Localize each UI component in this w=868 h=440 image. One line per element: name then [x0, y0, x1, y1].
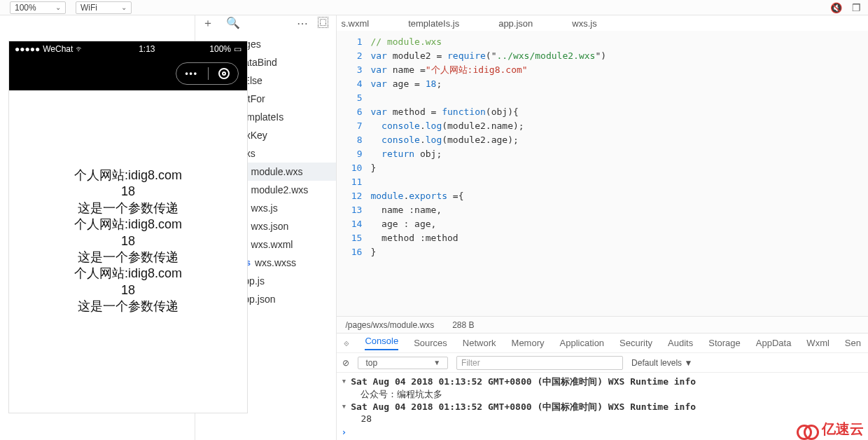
clear-console-icon[interactable]: ⊘ [342, 358, 349, 368]
devtools-tab-network[interactable]: Network [463, 338, 496, 348]
editor-panel: s.wxmltemplateIs.jsapp.jsonwxs.js 123456… [336, 15, 868, 440]
console-entry-header: Sat Aug 04 2018 01:13:52 GMT+0800 (中国标准时… [351, 376, 696, 388]
page-text: 个人网站:idig8.com [74, 167, 182, 184]
search-icon[interactable]: 🔍 [226, 16, 240, 31]
devtools-tabs: ⟐ ConsoleSourcesNetworkMemoryApplication… [337, 333, 868, 352]
editor-tabs: s.wxmltemplateIs.jsapp.jsonwxs.js [337, 15, 868, 31]
watermark: 亿速云 [797, 420, 864, 439]
devtools-tab-memory[interactable]: Memory [512, 338, 545, 348]
twisty-icon[interactable]: ▾ [341, 376, 346, 386]
devtools-tab-application[interactable]: Application [560, 338, 605, 348]
page-text: 18 [121, 282, 135, 298]
battery-pct: 100% [209, 44, 231, 54]
page-text: 18 [121, 233, 135, 249]
console-context-select[interactable]: top ▼ [358, 357, 448, 369]
carrier-label: WeChat [43, 44, 73, 54]
tree-item-label: wxs.wxss [255, 257, 296, 268]
devtools-tab-audits[interactable]: Audits [668, 338, 693, 348]
zoom-value: 100% [15, 3, 36, 13]
file-path: /pages/wxs/module.wxs [345, 320, 434, 330]
tree-item-label: module.wxs [251, 166, 303, 177]
console-filter-input[interactable]: Filter [456, 356, 623, 370]
editor-tab[interactable]: s.wxml [341, 18, 369, 29]
inspect-icon[interactable]: ⟐ [344, 338, 349, 348]
device-toolbar: 100% ⌄ WiFi ⌄ 🔇 ❐ [0, 0, 868, 15]
simulator-panel: ●●●●● WeChat ᯤ 1:13 100% ▭ ••• 个人网站:idig… [0, 15, 195, 440]
signal-icon: ●●●●● [15, 44, 40, 54]
window-icon[interactable]: ❐ [852, 2, 861, 13]
tree-item-label: module2.wxs [251, 184, 309, 195]
console-output: ▾Sat Aug 04 2018 01:13:52 GMT+0800 (中国标准… [337, 372, 868, 440]
code-editor[interactable]: 12345678910111213141516 // module.wxs va… [337, 31, 868, 316]
devtools-tab-security[interactable]: Security [620, 338, 652, 348]
add-icon[interactable]: ＋ [202, 16, 214, 31]
console-input[interactable] [352, 427, 772, 437]
chevron-down-icon: ⌄ [121, 4, 127, 11]
panel-toggle-icon[interactable]: ⿴ [318, 17, 329, 30]
capsule-divider [208, 67, 209, 80]
console-levels-select[interactable]: Default levels ▼ [631, 358, 692, 368]
page-text: 个人网站:idig8.com [74, 216, 182, 233]
wifi-icon: ᯤ [76, 44, 84, 54]
editor-status-bar: /pages/wxs/module.wxs 288 B [337, 316, 868, 333]
console-toolbar: ⊘ top ▼ Filter Default levels ▼ [337, 352, 868, 372]
network-select[interactable]: WiFi ⌄ [76, 1, 132, 14]
devtools-tab-storage[interactable]: Storage [708, 338, 741, 348]
phone-nav-bar: ••• [9, 57, 247, 90]
editor-tab[interactable]: app.json [498, 18, 533, 29]
devtools-tab-sen[interactable]: Sen [845, 338, 861, 348]
watermark-icon [797, 422, 818, 437]
tree-item-label: wxs.js [251, 202, 278, 214]
console-prompt-icon: › [341, 427, 346, 437]
console-entry-body: 公众号：编程坑太多 [341, 388, 864, 401]
tree-item-label: wxs.json [251, 221, 289, 232]
zoom-select[interactable]: 100% ⌄ [10, 1, 66, 14]
console-entry-body: 28 [341, 413, 864, 424]
more-icon[interactable]: ⋯ [297, 17, 308, 30]
phone-status-bar: ●●●●● WeChat ᯤ 1:13 100% ▭ [9, 41, 247, 57]
page-text: 这是一个参数传递 [78, 298, 178, 315]
page-text: 这是一个参数传递 [78, 249, 178, 266]
console-entry-header: Sat Aug 04 2018 01:13:52 GMT+0800 (中国标准时… [351, 401, 696, 413]
devtools-tab-wxml[interactable]: Wxml [806, 338, 830, 348]
phone-time: 1:13 [84, 44, 209, 54]
devtools-tab-sources[interactable]: Sources [414, 338, 447, 348]
battery-icon: ▭ [234, 44, 241, 54]
page-text: 个人网站:idig8.com [74, 266, 182, 282]
editor-tab[interactable]: wxs.js [572, 18, 596, 29]
close-target-icon[interactable] [218, 68, 230, 79]
phone-page-content: 个人网站:idig8.com18这是一个参数传递个人网站:idig8.com18… [9, 90, 247, 413]
page-text: 这是一个参数传递 [78, 200, 178, 216]
network-value: WiFi [80, 3, 97, 13]
watermark-text: 亿速云 [822, 420, 864, 439]
twisty-icon[interactable]: ▾ [341, 401, 346, 411]
devtools-tab-appdata[interactable]: AppData [756, 338, 792, 348]
capsule: ••• [176, 62, 239, 85]
chevron-down-icon: ▼ [433, 359, 440, 366]
more-icon[interactable]: ••• [185, 69, 198, 78]
phone-frame: ●●●●● WeChat ᯤ 1:13 100% ▭ ••• 个人网站:idig… [8, 41, 248, 413]
editor-tab[interactable]: templateIs.js [408, 18, 459, 29]
chevron-down-icon: ⌄ [55, 4, 61, 11]
mute-icon[interactable]: 🔇 [830, 2, 842, 13]
tree-item-label: wxs.wxml [251, 239, 293, 250]
file-size: 288 B [452, 320, 474, 330]
page-text: 18 [121, 184, 135, 200]
devtools-tab-console[interactable]: Console [365, 336, 398, 350]
